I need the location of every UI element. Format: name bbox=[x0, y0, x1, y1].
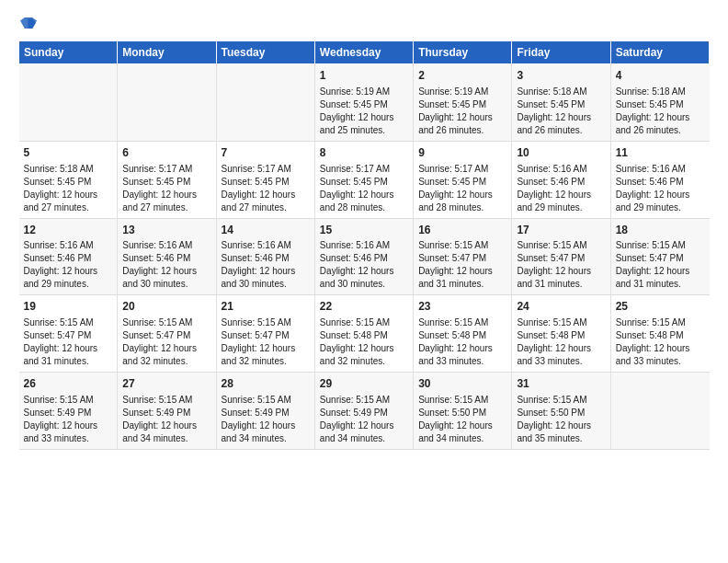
cell-info-line: Sunset: 5:45 PM bbox=[122, 176, 210, 189]
cell-info-line: Sunset: 5:46 PM bbox=[517, 176, 605, 189]
calendar-cell: 16Sunrise: 5:15 AMSunset: 5:47 PMDayligh… bbox=[414, 218, 512, 295]
cell-info-line: Sunrise: 5:16 AM bbox=[222, 239, 310, 252]
calendar-cell: 4Sunrise: 5:18 AMSunset: 5:45 PMDaylight… bbox=[610, 64, 709, 142]
cell-info-line: Daylight: 12 hours and 32 minutes. bbox=[222, 342, 310, 368]
cell-info-line: Sunset: 5:48 PM bbox=[517, 329, 605, 342]
calendar-cell: 15Sunrise: 5:16 AMSunset: 5:46 PMDayligh… bbox=[314, 218, 413, 295]
cell-info-line: Sunrise: 5:15 AM bbox=[616, 239, 705, 252]
calendar-cell: 29Sunrise: 5:15 AMSunset: 5:49 PMDayligh… bbox=[314, 373, 413, 450]
cell-info-line: Sunset: 5:50 PM bbox=[418, 407, 506, 419]
week-row-2: 5Sunrise: 5:18 AMSunset: 5:45 PMDaylight… bbox=[19, 141, 710, 218]
day-number: 18 bbox=[616, 223, 705, 238]
cell-info-line: Sunrise: 5:18 AM bbox=[616, 86, 705, 98]
cell-info-line: Sunset: 5:47 PM bbox=[517, 252, 605, 265]
col-header-saturday: Saturday bbox=[610, 41, 709, 64]
cell-info-line: Sunrise: 5:17 AM bbox=[222, 163, 310, 176]
cell-info-line: Daylight: 12 hours and 27 minutes. bbox=[222, 189, 310, 214]
day-number: 20 bbox=[122, 299, 210, 315]
cell-info-line: Sunrise: 5:15 AM bbox=[122, 394, 210, 407]
week-row-3: 12Sunrise: 5:16 AMSunset: 5:46 PMDayligh… bbox=[19, 218, 710, 295]
day-number: 28 bbox=[222, 376, 310, 392]
calendar-cell: 18Sunrise: 5:15 AMSunset: 5:47 PMDayligh… bbox=[610, 218, 709, 295]
calendar-cell bbox=[19, 64, 118, 142]
day-number: 13 bbox=[122, 223, 210, 238]
day-number: 30 bbox=[418, 376, 506, 392]
calendar-cell: 5Sunrise: 5:18 AMSunset: 5:45 PMDaylight… bbox=[19, 141, 118, 218]
cell-info-line: Sunset: 5:48 PM bbox=[418, 329, 506, 342]
calendar-table: SundayMondayTuesdayWednesdayThursdayFrid… bbox=[18, 40, 710, 450]
col-header-wednesday: Wednesday bbox=[314, 41, 413, 64]
calendar-cell bbox=[118, 64, 216, 142]
cell-info-line: Sunrise: 5:17 AM bbox=[418, 163, 506, 176]
day-number: 27 bbox=[122, 376, 210, 392]
cell-info-line: Sunrise: 5:15 AM bbox=[517, 394, 605, 407]
day-number: 14 bbox=[222, 223, 310, 238]
cell-info-line: Sunrise: 5:15 AM bbox=[418, 316, 506, 329]
cell-info-line: Sunrise: 5:18 AM bbox=[24, 163, 113, 176]
cell-info-line: Sunset: 5:47 PM bbox=[418, 252, 506, 265]
cell-info-line: Sunset: 5:45 PM bbox=[24, 176, 113, 189]
col-header-tuesday: Tuesday bbox=[216, 41, 314, 64]
cell-info-line: Daylight: 12 hours and 29 minutes. bbox=[616, 189, 705, 214]
cell-info-line: Sunrise: 5:15 AM bbox=[24, 316, 113, 329]
col-header-sunday: Sunday bbox=[19, 41, 118, 64]
day-number: 19 bbox=[24, 299, 113, 315]
cell-info-line: Sunrise: 5:16 AM bbox=[517, 163, 605, 176]
cell-info-line: Daylight: 12 hours and 30 minutes. bbox=[122, 265, 210, 291]
cell-info-line: Daylight: 12 hours and 27 minutes. bbox=[24, 189, 113, 214]
calendar-cell: 2Sunrise: 5:19 AMSunset: 5:45 PMDaylight… bbox=[414, 64, 512, 142]
cell-info-line: Sunset: 5:50 PM bbox=[517, 407, 605, 419]
cell-info-line: Daylight: 12 hours and 34 minutes. bbox=[320, 419, 408, 445]
calendar-cell: 28Sunrise: 5:15 AMSunset: 5:49 PMDayligh… bbox=[216, 373, 314, 450]
cell-info-line: Daylight: 12 hours and 34 minutes. bbox=[222, 419, 310, 445]
day-number: 3 bbox=[517, 68, 605, 84]
day-number: 9 bbox=[418, 145, 506, 161]
cell-info-line: Daylight: 12 hours and 27 minutes. bbox=[122, 189, 210, 214]
cell-info-line: Sunrise: 5:17 AM bbox=[122, 163, 210, 176]
cell-info-line: Sunset: 5:45 PM bbox=[418, 98, 506, 111]
calendar-cell: 3Sunrise: 5:18 AMSunset: 5:45 PMDaylight… bbox=[512, 64, 610, 142]
cell-info-line: Sunrise: 5:15 AM bbox=[418, 394, 506, 407]
day-number: 26 bbox=[24, 376, 113, 392]
cell-info-line: Sunset: 5:45 PM bbox=[418, 176, 506, 189]
calendar-cell: 9Sunrise: 5:17 AMSunset: 5:45 PMDaylight… bbox=[414, 141, 512, 218]
day-number: 6 bbox=[122, 145, 210, 161]
day-number: 2 bbox=[418, 68, 506, 84]
cell-info-line: Sunset: 5:45 PM bbox=[517, 98, 605, 111]
cell-info-line: Sunset: 5:49 PM bbox=[122, 407, 210, 419]
cell-info-line: Daylight: 12 hours and 31 minutes. bbox=[418, 265, 506, 291]
cell-info-line: Daylight: 12 hours and 34 minutes. bbox=[418, 419, 506, 445]
calendar-cell: 17Sunrise: 5:15 AMSunset: 5:47 PMDayligh… bbox=[512, 218, 610, 295]
cell-info-line: Daylight: 12 hours and 31 minutes. bbox=[24, 342, 113, 368]
day-number: 11 bbox=[616, 145, 705, 161]
cell-info-line: Sunset: 5:46 PM bbox=[320, 252, 408, 265]
calendar-cell: 22Sunrise: 5:15 AMSunset: 5:48 PMDayligh… bbox=[314, 295, 413, 373]
cell-info-line: Daylight: 12 hours and 33 minutes. bbox=[616, 342, 705, 368]
cell-info-line: Daylight: 12 hours and 26 minutes. bbox=[616, 111, 705, 137]
calendar-cell: 27Sunrise: 5:15 AMSunset: 5:49 PMDayligh… bbox=[118, 373, 216, 450]
cell-info-line: Daylight: 12 hours and 35 minutes. bbox=[517, 419, 605, 445]
cell-info-line: Sunrise: 5:15 AM bbox=[517, 239, 605, 252]
cell-info-line: Sunrise: 5:15 AM bbox=[320, 316, 408, 329]
day-number: 10 bbox=[517, 145, 605, 161]
calendar-cell: 13Sunrise: 5:16 AMSunset: 5:46 PMDayligh… bbox=[118, 218, 216, 295]
cell-info-line: Sunrise: 5:15 AM bbox=[24, 394, 113, 407]
logo bbox=[18, 15, 37, 31]
cell-info-line: Sunrise: 5:16 AM bbox=[122, 239, 210, 252]
cell-info-line: Sunset: 5:46 PM bbox=[24, 252, 113, 265]
cell-info-line: Sunset: 5:46 PM bbox=[222, 252, 310, 265]
day-number: 21 bbox=[222, 299, 310, 315]
cell-info-line: Daylight: 12 hours and 26 minutes. bbox=[418, 111, 506, 137]
cell-info-line: Daylight: 12 hours and 26 minutes. bbox=[517, 111, 605, 137]
day-number: 7 bbox=[222, 145, 310, 161]
cell-info-line: Sunset: 5:49 PM bbox=[222, 407, 310, 419]
cell-info-line: Sunrise: 5:16 AM bbox=[24, 239, 113, 252]
calendar-cell: 11Sunrise: 5:16 AMSunset: 5:46 PMDayligh… bbox=[610, 141, 709, 218]
calendar-cell: 19Sunrise: 5:15 AMSunset: 5:47 PMDayligh… bbox=[19, 295, 118, 373]
week-row-4: 19Sunrise: 5:15 AMSunset: 5:47 PMDayligh… bbox=[19, 295, 710, 373]
day-number: 8 bbox=[320, 145, 408, 161]
cell-info-line: Sunrise: 5:16 AM bbox=[616, 163, 705, 176]
cell-info-line: Daylight: 12 hours and 34 minutes. bbox=[122, 419, 210, 445]
cell-info-line: Sunset: 5:45 PM bbox=[222, 176, 310, 189]
cell-info-line: Sunset: 5:45 PM bbox=[320, 176, 408, 189]
